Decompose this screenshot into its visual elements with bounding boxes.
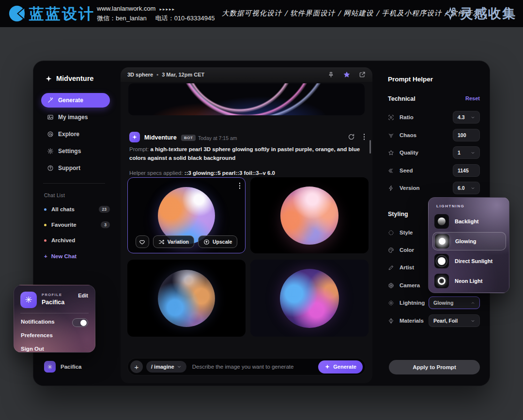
image-actions: Variation Upscale xyxy=(128,235,245,248)
apply-to-prompt-button[interactable]: Apply to Prompt xyxy=(389,360,480,374)
prompt-input-bar: + / imagine Describe the image you want … xyxy=(127,358,366,375)
quality-row: Quality 1 xyxy=(388,146,480,159)
preferences-item[interactable]: Preferences xyxy=(21,332,53,338)
sidebar-user-button[interactable]: ✳ Pacifica xyxy=(44,361,81,373)
upscale-button[interactable]: Upscale xyxy=(198,235,237,248)
avatar: ✳ xyxy=(44,361,56,373)
variation-button[interactable]: Variation xyxy=(153,235,194,248)
generated-image-3[interactable] xyxy=(127,260,246,337)
ratio-select[interactable]: 4.3 xyxy=(453,111,480,124)
sidebar-item-label: Explore xyxy=(58,131,79,138)
chevron-down-icon xyxy=(471,151,475,155)
chat-filter-favourite[interactable]: Favourite 3 xyxy=(44,219,110,231)
star-icon xyxy=(343,71,351,78)
phone-contact: 电话：010-63334945 xyxy=(155,15,215,22)
option-direct-sunlight[interactable]: Direct Sunlight xyxy=(432,252,506,270)
dropdown-heading: LIGHTNING xyxy=(436,204,464,208)
message-menu-button[interactable] xyxy=(363,133,366,141)
row-label: Lightning xyxy=(400,300,425,306)
edit-profile-button[interactable]: Edit xyxy=(78,293,88,298)
image-menu-button[interactable] xyxy=(238,182,242,190)
quality-value: 1 xyxy=(458,150,461,156)
materials-select[interactable]: Pearl, Foil xyxy=(429,314,480,327)
previous-generation-image[interactable] xyxy=(128,83,365,115)
option-neon-light[interactable]: Neon Light xyxy=(432,272,506,290)
palette-icon xyxy=(388,247,394,253)
notifications-item[interactable]: Notifications xyxy=(21,319,55,325)
bolt-icon xyxy=(388,185,394,191)
sidebar-item-my-images[interactable]: My images xyxy=(41,110,110,124)
sidebar-divider xyxy=(43,183,105,184)
chat-panel: 3D sphere • 3 Mar, 12pm CET Midventure B… xyxy=(121,67,372,383)
sidebar-item-settings[interactable]: Settings xyxy=(41,144,110,158)
seed-row: Seed 1145 xyxy=(388,164,480,177)
generate-button[interactable]: Generate xyxy=(318,360,363,373)
collect-logo: 灵感收集 xyxy=(444,5,516,22)
version-select[interactable]: 6.0 xyxy=(453,182,480,194)
lanlan-logo-text: 蓝蓝设计 xyxy=(29,4,95,24)
command-selector[interactable]: / imagine xyxy=(146,361,186,373)
chat-header: 3D sphere • 3 Mar, 12pm CET xyxy=(121,67,372,82)
generated-image-1[interactable]: Variation Upscale xyxy=(127,177,246,253)
pin-button[interactable] xyxy=(327,71,335,78)
reset-button[interactable]: Reset xyxy=(465,95,480,101)
sidebar-item-label: Support xyxy=(58,165,80,171)
favourite-button[interactable] xyxy=(343,71,351,78)
version-row: Version 6.0 xyxy=(388,182,480,194)
shuffle-icon xyxy=(158,239,165,245)
row-label: Quality xyxy=(400,150,418,156)
regenerate-button[interactable] xyxy=(348,133,355,140)
crop-icon xyxy=(388,114,394,121)
row-label: Seed xyxy=(400,168,413,173)
message-author: Midventure xyxy=(144,134,177,141)
sidebar-item-label: Generate xyxy=(58,97,83,104)
attach-button[interactable]: + xyxy=(130,360,143,373)
helper-specs-line: Helper specs applied: ::3 glowing::5 pea… xyxy=(129,170,361,176)
sidebar-item-explore[interactable]: Explore xyxy=(41,127,110,141)
generated-image-2[interactable] xyxy=(250,177,369,253)
styling-heading: Styling xyxy=(388,211,408,218)
site-contact-line: 微信：ben_lanlan电话：010-63334945 xyxy=(97,14,215,23)
option-backlight[interactable]: Backlight xyxy=(432,212,506,231)
option-glowing[interactable]: Glowing xyxy=(432,232,506,250)
chat-title: 3D sphere • 3 Mar, 12pm CET xyxy=(127,72,204,78)
like-button[interactable] xyxy=(136,235,149,248)
chaos-row: Chaos 100 xyxy=(388,129,480,141)
sparkle-icon xyxy=(324,364,330,370)
chevron-down-icon xyxy=(471,115,475,120)
collect-logo-text: 灵感收集 xyxy=(460,5,516,22)
command-label: / imagine xyxy=(151,364,174,370)
refresh-icon xyxy=(348,133,355,140)
message-actions xyxy=(348,133,366,141)
sparkle-icon xyxy=(132,134,138,140)
dotted-circle-icon xyxy=(388,230,394,236)
chat-header-actions xyxy=(327,71,366,78)
notifications-toggle[interactable] xyxy=(72,318,88,327)
message-timestamp: Today at 7:15 am xyxy=(198,135,237,141)
generated-image-4[interactable] xyxy=(250,260,369,337)
blue-dot-icon xyxy=(44,208,46,211)
arrow-up-circle-icon xyxy=(203,239,210,245)
prompt-text-input[interactable]: Describe the image you want to generate xyxy=(192,364,319,370)
new-chat-button[interactable]: + New Chat xyxy=(44,250,77,262)
chat-filter-all[interactable]: All chats 23 xyxy=(44,203,110,215)
chaos-input[interactable]: 100 xyxy=(453,129,480,141)
row-label: Artist xyxy=(400,264,414,270)
share-button[interactable] xyxy=(359,71,366,78)
sparkle-icon xyxy=(45,75,52,82)
chat-filter-archived[interactable]: Archived xyxy=(44,234,110,246)
red-dot-icon xyxy=(44,239,46,242)
quality-select[interactable]: 1 xyxy=(453,146,480,159)
avatar: ✳ xyxy=(20,292,37,308)
sign-out-item[interactable]: Sign Out xyxy=(21,346,44,352)
helper-specs-label: Helper specs applied: xyxy=(129,170,183,176)
lightning-select[interactable]: Glowing xyxy=(429,296,480,309)
plus-icon: + xyxy=(44,253,47,259)
chat-scrollbar[interactable] xyxy=(369,140,371,154)
seed-input[interactable]: 1145 xyxy=(453,164,480,177)
sidebar-item-support[interactable]: Support xyxy=(41,161,110,175)
chat-filter-label: Favourite xyxy=(51,222,77,228)
sidebar-item-generate[interactable]: Generate xyxy=(41,93,110,108)
star-outline-icon xyxy=(388,150,394,156)
lightning-dropdown: LIGHTNING Backlight Glowing Direct Sunli… xyxy=(428,197,509,293)
